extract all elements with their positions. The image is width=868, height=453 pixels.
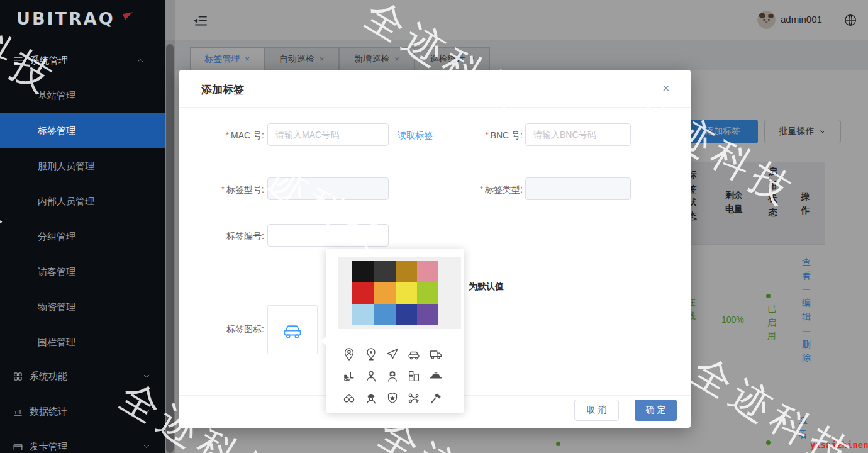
chevron-down-icon [142, 372, 151, 381]
list-icon [13, 55, 24, 66]
icon-grid [338, 343, 447, 409]
hammer-icon[interactable] [425, 387, 447, 409]
color-swatch[interactable] [417, 261, 438, 282]
color-swatch[interactable] [396, 261, 417, 282]
forklift-icon[interactable] [338, 365, 360, 387]
cancel-button[interactable]: 取 消 [574, 400, 619, 421]
badge-star-icon[interactable] [382, 387, 403, 409]
shelf-boxes-icon[interactable] [403, 365, 425, 387]
bnc-label: *BNC 号: [460, 130, 523, 142]
scissors-icon[interactable] [403, 387, 425, 409]
chevron-down-icon [142, 407, 151, 416]
male-staff-icon[interactable] [360, 365, 381, 387]
add-tag-dialog: 添加标签 × *MAC 号: 读取标签 *BNC 号: *标签型号: *标签类型… [179, 70, 691, 428]
tag-number-label: 标签编号: [201, 231, 264, 242]
police-officer-icon[interactable] [360, 387, 381, 409]
color-swatch[interactable] [396, 282, 417, 304]
sidebar-item-internal-staff[interactable]: 内部人员管理 [0, 184, 165, 219]
tag-model-label: *标签型号: [201, 184, 264, 196]
card-icon [13, 442, 23, 452]
sidebar-item-visitor-management[interactable]: 访客管理 [0, 254, 165, 289]
bnc-input[interactable] [525, 123, 631, 146]
car-icon[interactable] [403, 343, 425, 365]
tag-number-input[interactable] [267, 224, 389, 247]
color-swatch[interactable] [417, 282, 438, 304]
color-swatch[interactable] [352, 261, 374, 282]
default-color-hint: 为默认值 [469, 281, 504, 293]
tag-type-label: *标签类型: [460, 184, 523, 196]
color-swatch[interactable] [417, 304, 438, 325]
mac-input[interactable] [267, 123, 389, 146]
sidebar-item-group-management[interactable]: 分组管理 [0, 219, 165, 254]
tag-icon-picker-popup [326, 249, 464, 413]
color-swatch[interactable] [352, 282, 374, 304]
logo-arrow-icon [123, 9, 135, 20]
dialog-close-icon[interactable]: × [662, 81, 670, 96]
sidebar-item-tag-management[interactable]: 标签管理 [0, 113, 165, 148]
bar-chart-icon [13, 406, 23, 417]
site-watermark: yishizhineng.com [810, 440, 868, 450]
mac-label: *MAC 号: [201, 130, 264, 142]
sidebar-item-system-functions[interactable]: 系统功能 [0, 359, 165, 394]
grid-icon [13, 371, 23, 382]
color-swatch[interactable] [374, 261, 395, 282]
tag-icon-label: 标签图标: [201, 324, 264, 335]
tag-type-input[interactable] [525, 177, 631, 200]
read-tag-link[interactable]: 读取标签 [398, 130, 433, 142]
location-pin-icon[interactable] [360, 343, 381, 365]
sidebar-item-material-management[interactable]: 物资管理 [0, 289, 165, 325]
car-icon [281, 318, 304, 341]
color-swatch[interactable] [396, 304, 417, 325]
person-pin-icon[interactable] [338, 343, 360, 365]
confirm-button[interactable]: 确 定 [635, 400, 677, 421]
handcuffs-icon[interactable] [338, 387, 360, 409]
chevron-up-icon [136, 56, 145, 65]
selected-tag-icon-box[interactable] [267, 305, 318, 354]
sidebar: UBITRAQ 系统管理 基站管理 标签管理 服刑人员管理 内部人员管理 分组管… [0, 0, 165, 453]
sidebar-item-base-station[interactable]: 基站管理 [0, 78, 165, 113]
sidebar-item-fence-management[interactable]: 围栏管理 [0, 325, 165, 360]
divider [179, 107, 691, 108]
logo: UBITRAQ [16, 9, 115, 28]
sidebar-item-prisoner-management[interactable]: 服刑人员管理 [0, 148, 165, 184]
sidebar-item-data-statistics[interactable]: 数据统计 [0, 394, 165, 429]
female-staff-icon[interactable] [382, 365, 403, 387]
tag-model-input[interactable] [267, 177, 389, 200]
sidebar-item-card-issuing[interactable]: 发卡管理 [0, 429, 165, 453]
dialog-title: 添加标签 [201, 82, 244, 97]
chevron-down-icon [142, 442, 151, 451]
color-palette [352, 261, 438, 325]
hard-hat-icon[interactable] [425, 365, 447, 387]
popup-arrow [321, 337, 330, 345]
color-swatch[interactable] [374, 304, 395, 325]
sidebar-item-system-management[interactable]: 系统管理 [0, 43, 165, 78]
app-window: admin001 标签管理× 自动巡检× 新增巡检× 巡检统计× 添加标签 批量… [0, 0, 868, 453]
color-swatch[interactable] [374, 282, 395, 304]
navigation-icon[interactable] [382, 343, 403, 365]
truck-icon[interactable] [425, 343, 447, 365]
color-swatch[interactable] [352, 304, 374, 325]
